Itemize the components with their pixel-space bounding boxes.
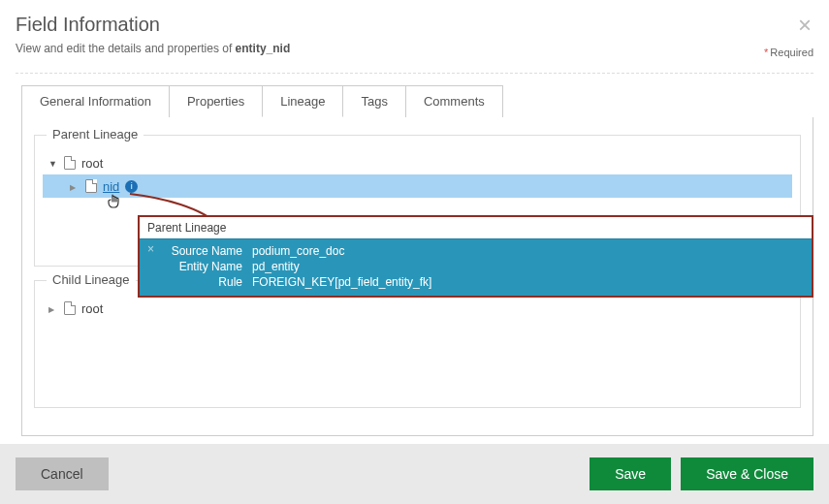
dialog-subtitle: View and edit the details and properties… [16,42,813,55]
tab-bar: General Information Properties Lineage T… [21,85,829,117]
tab-comments[interactable]: Comments [405,85,503,117]
popup-row-value: pd_entity [252,260,300,273]
close-icon[interactable]: × [798,14,812,37]
popup-title: Parent Lineage [140,217,812,238]
tree-node-label: root [81,301,103,316]
dialog-footer: Cancel Save Save & Close [0,444,829,504]
tab-properties[interactable]: Properties [169,85,263,117]
tab-lineage[interactable]: Lineage [262,85,343,117]
popup-row-value: podium_core_doc [252,244,344,258]
popup-row: Entity Name pd_entity [140,259,812,274]
info-icon[interactable]: i [125,180,138,193]
popup-row: Source Name podium_core_doc [140,243,812,259]
tree-node-label: root [81,156,103,171]
popup-row-value: FOREIGN_KEY[pd_field_entity_fk] [252,275,431,289]
tree-node-link[interactable]: nid [103,179,119,194]
divider [16,73,813,74]
tree-row-nid[interactable]: nid i [43,174,792,198]
popup-close-icon[interactable]: × [147,242,154,256]
tree-row-root[interactable]: root [43,151,792,174]
tab-tags[interactable]: Tags [342,85,405,117]
parent-lineage-tree: root nid i [43,151,792,198]
caret-right-icon[interactable] [70,181,80,192]
tab-general[interactable]: General Information [21,85,170,117]
parent-lineage-label: Parent Lineage [47,127,143,142]
caret-right-icon[interactable] [48,303,58,314]
popup-row-key: Source Name [151,244,242,258]
file-icon [64,301,76,315]
child-lineage-group: Child Lineage root [34,280,801,408]
caret-down-icon[interactable] [48,158,58,169]
child-lineage-label: Child Lineage [47,272,136,287]
cancel-button[interactable]: Cancel [16,457,109,490]
save-button[interactable]: Save [590,457,671,490]
child-lineage-tree: root [43,297,792,320]
dialog-title: Field Information [16,14,813,36]
popup-row-key: Rule [151,275,242,289]
tree-row-root[interactable]: root [43,297,792,320]
lineage-detail-popup: Parent Lineage × Source Name podium_core… [138,215,813,298]
file-icon [85,179,97,193]
asterisk-icon: * [764,47,768,58]
save-and-close-button[interactable]: Save & Close [681,457,813,490]
required-indicator: *Required [764,47,813,58]
popup-body: × Source Name podium_core_doc Entity Nam… [140,238,812,296]
popup-row-key: Entity Name [151,260,242,273]
popup-row: Rule FOREIGN_KEY[pd_field_entity_fk] [140,274,812,290]
dialog-header: Field Information View and edit the deta… [0,0,829,61]
file-icon [64,156,76,170]
